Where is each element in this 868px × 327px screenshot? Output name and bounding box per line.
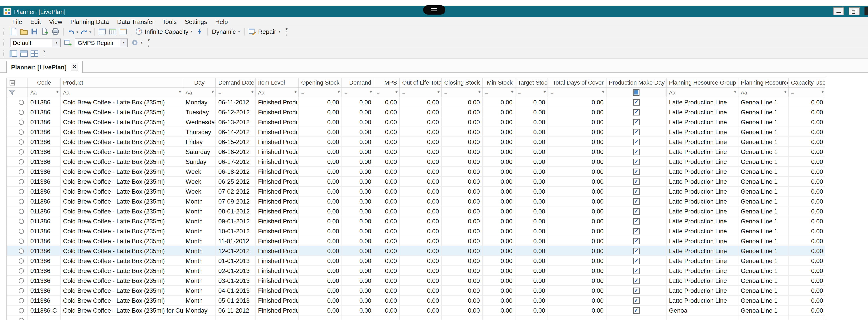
cell-item_level[interactable]: Finished Product bbox=[256, 276, 299, 285]
cell-day[interactable]: Month bbox=[183, 226, 216, 236]
column-header-pr[interactable]: Planning Resource bbox=[738, 78, 788, 88]
cell-opening_stock[interactable]: 0.00 bbox=[299, 147, 342, 156]
cell-out_of_life[interactable]: 0.00 bbox=[400, 286, 442, 295]
cell-capacity[interactable]: 0.00 bbox=[788, 197, 826, 206]
cell-make_day[interactable]: ✓ bbox=[607, 177, 666, 186]
row-select-radio[interactable] bbox=[19, 189, 24, 194]
cell-product[interactable]: Cold Brew Coffee - Latte Box (235ml) bbox=[61, 296, 183, 305]
cell-target_stock[interactable]: 0.00 bbox=[516, 167, 548, 176]
equals-filter-icon[interactable]: = bbox=[444, 89, 447, 96]
cell-selector[interactable] bbox=[15, 246, 28, 256]
cell-closing_stock[interactable]: 0.00 bbox=[442, 226, 483, 236]
cell-opening_stock[interactable]: 0.00 bbox=[299, 286, 342, 295]
text-filter-icon[interactable]: Aa bbox=[63, 89, 69, 96]
layout-view-button-1[interactable] bbox=[9, 49, 18, 58]
filter-code[interactable]: Aa▾ bbox=[28, 88, 61, 97]
cell-out_of_life[interactable]: 0.00 bbox=[400, 137, 442, 146]
toolbar-overflow-button[interactable]: ▾ bbox=[42, 50, 46, 57]
equals-filter-icon[interactable]: = bbox=[551, 89, 554, 96]
titlebar[interactable]: Planner: [LivePlan] bbox=[0, 6, 868, 17]
cell-days_cover[interactable]: 0.00 bbox=[548, 256, 607, 265]
cell-closing_stock[interactable]: 0.00 bbox=[442, 276, 483, 285]
cell-code[interactable]: 011386 bbox=[28, 187, 61, 196]
cell-selector[interactable] bbox=[15, 197, 28, 206]
cell-closing_stock[interactable]: 0.00 bbox=[442, 167, 483, 176]
cell-item_level[interactable]: Finished Product bbox=[256, 266, 299, 275]
production-make-day-checkbox[interactable]: ✓ bbox=[633, 277, 640, 284]
cell-prg[interactable]: Latte Production Line bbox=[666, 206, 738, 216]
cell-day[interactable] bbox=[183, 316, 216, 320]
chevron-down-icon[interactable]: ▾ bbox=[89, 30, 91, 34]
cell-demand_date[interactable]: 01-01-2013 bbox=[216, 256, 256, 265]
cell-make_day[interactable]: ✓ bbox=[607, 236, 666, 246]
cell-selector[interactable] bbox=[15, 286, 28, 295]
chevron-down-icon[interactable]: ▾ bbox=[370, 90, 372, 94]
cell-product[interactable]: Cold Brew Coffee - Latte Box (235ml) bbox=[61, 226, 183, 236]
cell-opening_stock[interactable]: 0.00 bbox=[299, 276, 342, 285]
save-button[interactable] bbox=[30, 27, 39, 36]
menu-item-edit[interactable]: Edit bbox=[26, 18, 45, 25]
cell-out_of_life[interactable]: 0.00 bbox=[400, 296, 442, 305]
cell-pr[interactable]: Genoa Line 1 bbox=[738, 286, 788, 295]
cell-selector[interactable] bbox=[15, 296, 28, 305]
tab-planner-liveplan[interactable]: Planner: [LivePlan] ✕ bbox=[6, 61, 83, 73]
cell-day[interactable]: Saturday bbox=[183, 147, 216, 156]
cell-code[interactable]: 011386 bbox=[28, 157, 61, 166]
cell-days_cover[interactable]: 0.00 bbox=[548, 286, 607, 295]
cell-product[interactable]: Cold Brew Coffee - Latte Box (235ml) bbox=[61, 137, 183, 146]
cell-capacity[interactable]: 0.00 bbox=[788, 226, 826, 236]
repair-settings-dropdown[interactable]: ▾ bbox=[130, 38, 144, 47]
cell-selector[interactable] bbox=[15, 217, 28, 226]
cell-pr[interactable]: Genoa Line 1 bbox=[738, 276, 788, 285]
cell-demand_date[interactable]: 07-09-2012 bbox=[216, 197, 256, 206]
cell-capacity[interactable]: 0.00 bbox=[788, 246, 826, 256]
cell-demand[interactable]: 0.00 bbox=[342, 276, 374, 285]
cell-mps[interactable]: 0.00 bbox=[374, 296, 400, 305]
cell-day[interactable]: Month bbox=[183, 206, 216, 216]
filter-days_cover[interactable]: =▾ bbox=[548, 88, 607, 97]
combo-dropdown-button[interactable]: ▾ bbox=[53, 39, 60, 46]
dynamic-dropdown[interactable]: Dynamic ▾ bbox=[211, 28, 241, 35]
cell-min_stock[interactable]: 0.00 bbox=[483, 217, 516, 226]
menu-item-tools[interactable]: Tools bbox=[158, 18, 181, 25]
column-header-indicator[interactable] bbox=[7, 78, 15, 88]
cell-item_level[interactable] bbox=[256, 316, 299, 320]
table-row[interactable]: 011386Cold Brew Coffee - Latte Box (235m… bbox=[7, 226, 825, 236]
cell-demand_date[interactable]: 10-01-2012 bbox=[216, 226, 256, 236]
cell-capacity[interactable]: 0.00 bbox=[788, 177, 826, 186]
cell-product[interactable]: Cold Brew Coffee - Latte Box (235ml) for… bbox=[61, 305, 183, 315]
cell-item_level[interactable]: Finished Product bbox=[256, 197, 299, 206]
cell-target_stock[interactable]: 0.00 bbox=[516, 246, 548, 256]
cell-min_stock[interactable]: 0.00 bbox=[483, 117, 516, 127]
cell-demand[interactable]: 0.00 bbox=[342, 127, 374, 136]
cell-product[interactable]: Cold Brew Coffee - Latte Box (235ml) bbox=[61, 177, 183, 186]
cell-prg[interactable]: Latte Production Line bbox=[666, 236, 738, 246]
cell-item_level[interactable]: Finished Product bbox=[256, 107, 299, 117]
cell-min_stock[interactable] bbox=[483, 316, 516, 320]
cell-day[interactable]: Week bbox=[183, 187, 216, 196]
cell-prg[interactable]: Latte Production Line bbox=[666, 157, 738, 166]
cell-selector[interactable] bbox=[15, 236, 28, 246]
cell-target_stock[interactable]: 0.00 bbox=[516, 97, 548, 107]
cell-days_cover[interactable]: 0.00 bbox=[548, 276, 607, 285]
cell-out_of_life[interactable]: 0.00 bbox=[400, 197, 442, 206]
cell-closing_stock[interactable]: 0.00 bbox=[442, 147, 483, 156]
column-header-product[interactable]: Product bbox=[61, 78, 183, 88]
cell-selector[interactable] bbox=[15, 266, 28, 275]
filter-target_stock[interactable]: =▾ bbox=[516, 88, 548, 97]
cell-make_day[interactable]: ✓ bbox=[607, 276, 666, 285]
filter-prg[interactable]: Aa▾ bbox=[666, 88, 738, 97]
cell-demand_date[interactable]: 08-01-2012 bbox=[216, 206, 256, 216]
cell-target_stock[interactable]: 0.00 bbox=[516, 137, 548, 146]
table-row[interactable]: 011386Cold Brew Coffee - Latte Box (235m… bbox=[7, 246, 825, 256]
column-header-target_stock[interactable]: Target Stock bbox=[516, 78, 548, 88]
repair-profile-combo[interactable]: GMPS Repair ▾ bbox=[75, 38, 128, 47]
cell-selector[interactable] bbox=[15, 316, 28, 320]
layout-view-button-2[interactable] bbox=[19, 49, 29, 58]
table-row[interactable] bbox=[7, 316, 825, 320]
export-button[interactable] bbox=[40, 27, 50, 36]
cell-make_day[interactable]: ✓ bbox=[607, 296, 666, 305]
cell-days_cover[interactable]: 0.00 bbox=[548, 197, 607, 206]
filter-mps[interactable]: =▾ bbox=[374, 88, 400, 97]
table-row[interactable]: 011386Cold Brew Coffee - Latte Box (235m… bbox=[7, 157, 825, 167]
